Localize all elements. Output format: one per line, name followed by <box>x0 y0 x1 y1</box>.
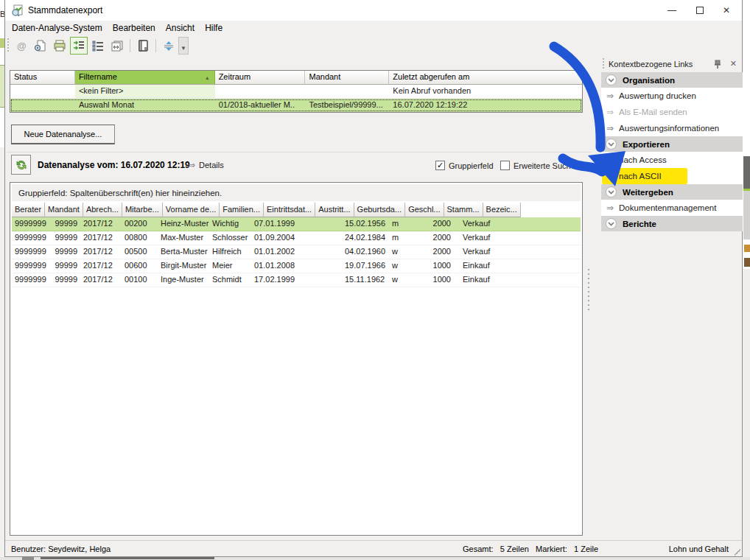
refresh-icon <box>15 158 28 172</box>
table-row[interactable]: 9999999 99999 2017/12 00100 Inge-Muster … <box>12 273 581 287</box>
column-header-status[interactable]: Status <box>10 71 75 85</box>
menu-ansicht[interactable]: Ansicht <box>161 21 200 35</box>
analysis-title: Datenanalyse vom: 16.07.2020 12:19 <box>38 160 190 170</box>
result-column-header[interactable]: Bezeic... <box>483 203 521 217</box>
erweiterte-suche-checkbox[interactable]: Erweiterte Suche <box>500 161 575 170</box>
analysis-result-panel: Gruppierfeld: Spaltenüberschrift(en) hie… <box>10 182 583 536</box>
sidebar-close-icon[interactable]: ✕ <box>730 59 737 69</box>
column-header-zeitraum[interactable]: Zeitraum <box>215 71 306 85</box>
sidebar-grip[interactable] <box>602 58 605 70</box>
link-auswertung-drucken[interactable]: ⇒ Auswertung drucken <box>601 88 743 104</box>
list-icon[interactable] <box>89 37 107 55</box>
background-strip-bottom <box>0 557 750 560</box>
column-header-zuletzt-abgerufen[interactable]: Zuletzt abgerufen am <box>389 71 582 85</box>
menu-bearbeiten[interactable]: Bearbeiten <box>108 21 161 35</box>
result-column-header[interactable]: Austritt... <box>315 203 354 217</box>
filter-table-header: Status Filtername ▲ Zeitraum Mandant Zul… <box>10 71 582 85</box>
overflow-caret: ▼ <box>181 45 186 52</box>
menu-daten-analyse-system[interactable]: Daten-Analyse-System <box>7 21 108 35</box>
result-column-header[interactable]: Mitarbe... <box>122 203 163 217</box>
background-fragment <box>743 269 750 560</box>
result-column-header[interactable]: Geburtsda... <box>354 203 406 217</box>
email-icon[interactable]: @ <box>13 37 30 55</box>
maximize-button[interactable] <box>687 0 712 21</box>
background-fragment <box>41 557 214 559</box>
preview-icon[interactable] <box>32 37 49 55</box>
section-divider <box>7 152 592 153</box>
link-nach-ascii[interactable]: ⇒ nach ASCII <box>601 168 743 184</box>
pin-icon[interactable] <box>713 59 722 69</box>
close-button[interactable]: ✕ <box>714 0 739 21</box>
maximize-icon <box>696 7 704 14</box>
status-counts: Gesamt: 5 Zeilen Markiert: 1 Zeile <box>463 545 598 553</box>
chevron-down-icon <box>606 139 617 150</box>
notes-icon[interactable] <box>134 37 152 55</box>
table-row[interactable]: 9999999 99999 2017/12 00500 Berta-Muster… <box>12 245 581 259</box>
table-row[interactable]: 9999999 99999 2017/12 00200 Heinz-Muster… <box>12 217 581 231</box>
filter-table: Status Filtername ▲ Zeitraum Mandant Zul… <box>10 70 583 113</box>
svg-text:@: @ <box>17 41 27 52</box>
link-nach-access[interactable]: ⇒ nach Access <box>601 152 743 168</box>
link-auswertungsinformationen[interactable]: ⇒ Auswertungsinformationen <box>601 120 743 136</box>
table-row[interactable]: 9999999 99999 2017/12 00800 Max-Muster S… <box>12 231 581 245</box>
section-organisation[interactable]: Organisation <box>601 72 743 88</box>
window-title: Stammdatenexport <box>28 5 102 15</box>
chevron-down-icon <box>606 218 617 229</box>
status-user: Benutzer: Seydewitz, Helga <box>11 545 111 553</box>
background-fragment <box>22 557 34 560</box>
background-fragment <box>744 245 750 252</box>
toolbar-grip[interactable] <box>7 38 10 53</box>
link-arrow-icon: ⇒ <box>606 123 614 133</box>
result-column-header[interactable]: Geschl... <box>405 203 444 217</box>
link-dokumentenmanagement[interactable]: ⇒ Dokumentenmanagement <box>601 200 743 216</box>
result-table-header: BeraterMandantAbrech...Mitarbe...Vorname… <box>12 203 581 217</box>
section-exportieren[interactable]: Exportieren <box>601 136 743 152</box>
result-column-header[interactable]: Abrech... <box>83 203 122 217</box>
group-by-bar[interactable]: Gruppierfeld: Spaltenüberschrift(en) hie… <box>12 184 581 201</box>
toolbar-separator <box>130 39 130 52</box>
column-header-filtername[interactable]: Filtername ▲ <box>75 71 215 85</box>
result-column-header[interactable]: Eintrittsdat... <box>264 203 315 217</box>
new-analysis-button[interactable]: Neue Datenanalyse... <box>11 125 115 144</box>
minimize-icon: — <box>667 5 676 15</box>
print-icon[interactable] <box>51 37 69 55</box>
result-column-header[interactable]: Familien... <box>220 203 264 217</box>
link-arrow-icon: ⇒ <box>606 203 614 213</box>
screen: B Stammdatenexport — ✕ <box>0 0 750 560</box>
link-als-email-senden: ⇒ Als E-Mail senden <box>601 104 743 120</box>
details-list-icon[interactable] <box>70 37 88 55</box>
link-arrow-icon: ⇒ <box>606 107 614 117</box>
result-column-header[interactable]: Berater <box>12 203 45 217</box>
section-weitergeben[interactable]: Weitergeben <box>601 184 743 200</box>
status-module: Lohn und Gehalt <box>669 545 729 553</box>
table-row[interactable]: 9999999 99999 2017/12 00600 Birgit-Muste… <box>12 259 581 273</box>
result-column-header[interactable]: Mandant <box>45 203 83 217</box>
collapse-rows-icon[interactable] <box>160 37 178 55</box>
refresh-button[interactable] <box>11 155 31 175</box>
splitter-handle[interactable] <box>588 269 590 310</box>
result-column-header[interactable]: Vorname de... <box>163 203 220 217</box>
toolbar-separator <box>155 39 156 52</box>
resize-grip[interactable] <box>733 547 740 555</box>
column-header-mandant[interactable]: Mandant <box>305 71 389 85</box>
gruppierfeld-checkbox[interactable]: ✓ Gruppierfeld <box>435 161 494 170</box>
link-arrow-icon: ⇒ <box>188 160 195 170</box>
sidebar-header: Kontextbezogene Links ✕ <box>601 56 743 72</box>
filter-row-auswahl-monat[interactable]: Auswahl Monat 01/2018-aktueller M.. Test… <box>10 99 582 112</box>
overflow-icon[interactable]: ▼ <box>178 37 189 55</box>
filter-row-kein-filter[interactable]: <kein Filter> Kein Abruf vorhanden <box>10 85 582 99</box>
toolbar: @ <box>5 35 742 56</box>
chevron-down-icon <box>606 186 617 197</box>
checkbox-checked-icon: ✓ <box>435 161 445 170</box>
menubar: Daten-Analyse-System Bearbeiten Ansicht … <box>5 21 742 35</box>
details-link[interactable]: ⇒ Details <box>188 160 224 170</box>
section-berichte[interactable]: Berichte <box>601 216 743 231</box>
menu-hilfe[interactable]: Hilfe <box>200 21 228 35</box>
close-icon: ✕ <box>723 5 730 15</box>
result-column-header[interactable]: Stamm... <box>444 203 483 217</box>
checkbox-unchecked-icon <box>500 161 510 170</box>
chevron-down-icon <box>606 74 617 85</box>
result-table: BeraterMandantAbrech...Mitarbe...Vorname… <box>12 203 581 287</box>
fit-width-icon[interactable] <box>108 37 126 55</box>
minimize-button[interactable]: — <box>659 0 684 21</box>
